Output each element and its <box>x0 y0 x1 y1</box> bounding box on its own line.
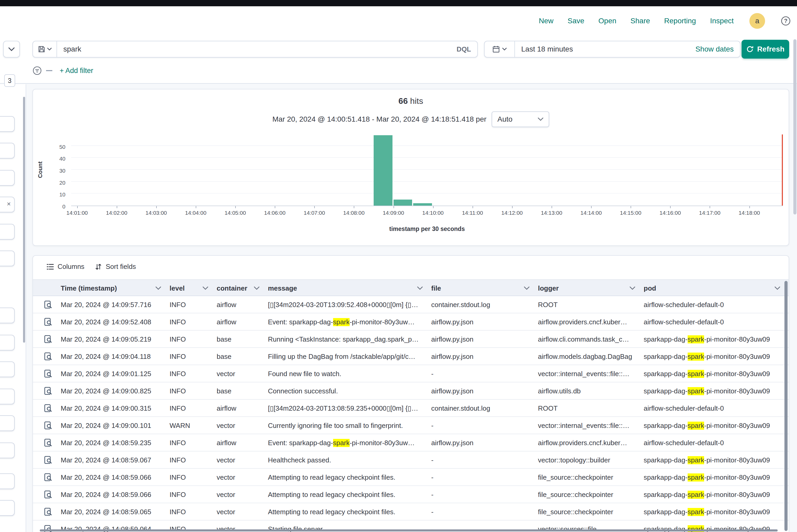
histogram-bar[interactable] <box>374 135 392 206</box>
x-tick-label: 14:08:00 <box>343 210 365 216</box>
cell-message: [▯[34m2024-03-20T13:08:59.235+0000▯[0m] … <box>264 400 427 417</box>
inspect-document-button[interactable] <box>40 486 57 503</box>
chevron-down-icon[interactable] <box>414 286 423 290</box>
query-input[interactable] <box>57 41 450 57</box>
column-header-logger[interactable]: logger <box>534 280 640 297</box>
cell-logger: airflow.providers.cncf.kuber… <box>534 434 640 452</box>
search-bar: DQL <box>33 41 478 58</box>
column-header-level[interactable]: level <box>165 280 212 297</box>
inspect-document-button[interactable] <box>40 400 57 417</box>
refresh-button[interactable]: Refresh <box>742 40 789 59</box>
show-dates-button[interactable]: Show dates <box>696 45 740 53</box>
inspect-document-button[interactable] <box>40 365 57 382</box>
inspect-document-button[interactable] <box>40 330 57 348</box>
x-tick-label: 14:14:00 <box>580 210 602 216</box>
column-header-container[interactable]: container <box>212 280 264 297</box>
cell-time: Mar 20, 2024 @ 14:09:57.716 <box>57 296 165 314</box>
date-quick-select-button[interactable] <box>485 41 515 57</box>
field-chip[interactable] <box>0 308 15 323</box>
field-chip[interactable] <box>0 170 15 186</box>
x-tick-mark <box>710 206 710 208</box>
field-chip[interactable] <box>0 500 15 516</box>
topnav-link-new[interactable]: New <box>539 17 553 25</box>
inspect-document-button[interactable] <box>40 503 57 520</box>
chevron-down-icon[interactable] <box>771 286 780 290</box>
chevron-down-icon[interactable] <box>251 286 260 290</box>
topnav-link-reporting[interactable]: Reporting <box>664 17 696 25</box>
table-vertical-scrollbar[interactable] <box>784 281 787 531</box>
cell-pod: sparkapp-dag-spark-pi-monitor-80y3uw09 <box>640 417 784 434</box>
histogram-bar[interactable] <box>413 203 432 206</box>
window-scrollbar[interactable] <box>793 39 796 214</box>
cell-pod: sparkapp-dag-spark-pi-monitor-80y3uw09 <box>640 365 784 382</box>
topnav-link-save[interactable]: Save <box>568 17 584 25</box>
inspect-document-button[interactable] <box>40 314 57 330</box>
sidebar-scrollbar[interactable] <box>23 97 25 343</box>
chevron-down-icon[interactable] <box>626 286 635 290</box>
cell-time: Mar 20, 2024 @ 14:08:59.235 <box>57 434 165 452</box>
filter-divider <box>46 70 52 71</box>
field-chip[interactable] <box>0 442 15 458</box>
inspect-document-button[interactable] <box>40 348 57 365</box>
cell-logger: file_source::checkpointer <box>534 486 640 503</box>
topnav-link-open[interactable]: Open <box>598 17 616 25</box>
table-row: Mar 20, 2024 @ 14:09:01.125INFOvectorFou… <box>33 365 789 382</box>
chevron-down-icon[interactable] <box>152 286 161 290</box>
sidebar-count-badge: 3 <box>4 74 15 87</box>
field-chip[interactable] <box>0 361 15 377</box>
saved-query-menu-button[interactable] <box>33 41 57 57</box>
column-header-message[interactable]: message <box>264 280 427 297</box>
inspect-document-button[interactable] <box>40 417 57 434</box>
field-chip[interactable] <box>0 415 15 431</box>
field-chip[interactable] <box>0 143 15 158</box>
column-header-pod[interactable]: pod <box>640 280 784 297</box>
add-filter-button[interactable]: + Add filter <box>60 67 93 75</box>
topnav: NewSaveOpenShareReportingInspect a ? <box>539 6 791 36</box>
column-header-label: pod <box>644 284 656 292</box>
interval-value: Auto <box>497 115 513 124</box>
highlighted-term: spark <box>688 335 704 343</box>
x-tick-mark <box>552 206 552 208</box>
field-chip[interactable] <box>0 335 15 350</box>
collapse-panel-button[interactable] <box>3 41 20 58</box>
topnav-link-share[interactable]: Share <box>631 17 650 25</box>
gridline <box>71 157 783 158</box>
interval-select[interactable]: Auto <box>492 111 549 127</box>
field-chip[interactable] <box>0 224 15 240</box>
field-chip[interactable] <box>0 251 15 266</box>
column-header-file[interactable]: file <box>427 280 534 297</box>
y-axis-title: Count <box>37 149 44 191</box>
inspect-document-button[interactable] <box>40 382 57 400</box>
current-time-marker <box>782 134 783 206</box>
chevron-down-icon[interactable] <box>199 286 208 290</box>
field-chip[interactable]: ✕ <box>0 197 15 212</box>
inspect-document-button[interactable] <box>40 296 57 314</box>
topnav-link-inspect[interactable]: Inspect <box>710 17 734 25</box>
cell-message: [▯[34m2024-03-20T13:09:52.408+0000▯[0m] … <box>264 296 427 314</box>
query-language-button[interactable]: DQL <box>450 45 477 53</box>
cell-message: Healthcheck passed. <box>264 452 427 469</box>
user-avatar[interactable]: a <box>749 13 765 29</box>
time-range-value[interactable]: Last 18 minutes <box>515 45 573 53</box>
column-header-time[interactable]: Time (timestamp) <box>57 280 165 297</box>
x-axis-title: timestamp per 30 seconds <box>71 226 783 232</box>
inspect-document-button[interactable] <box>40 469 57 486</box>
sort-fields-button[interactable]: Sort fields <box>95 263 136 271</box>
inspect-document-button[interactable] <box>40 434 57 452</box>
refresh-label: Refresh <box>757 45 784 53</box>
field-chip[interactable] <box>0 473 15 489</box>
left-rail: ✕ <box>0 84 26 532</box>
table-horizontal-scrollbar[interactable] <box>40 529 778 531</box>
histogram-bar[interactable] <box>393 200 412 206</box>
cell-message: Attempting to read legacy checkpoint fil… <box>264 486 427 503</box>
field-chip[interactable] <box>0 116 15 132</box>
cell-container: vector <box>212 365 264 382</box>
columns-button[interactable]: Columns <box>47 263 85 271</box>
field-chip[interactable] <box>0 389 15 404</box>
filter-icon[interactable] <box>33 66 42 75</box>
help-icon[interactable]: ? <box>781 16 791 26</box>
table-row: Mar 20, 2024 @ 14:09:00.101WARNvectorCur… <box>33 417 789 434</box>
close-icon[interactable]: ✕ <box>6 201 11 207</box>
inspect-document-button[interactable] <box>40 452 57 469</box>
chevron-down-icon[interactable] <box>521 286 530 290</box>
